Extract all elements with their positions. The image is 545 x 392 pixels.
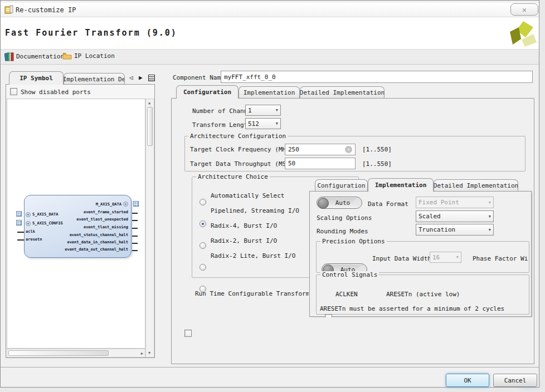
port-stub [132, 243, 138, 244]
port-s-axis-data: S_AXIS_DATA [32, 212, 58, 217]
target-clock-frequency-field[interactable]: 250 ✕ [285, 144, 356, 155]
documentation-button[interactable]: Documentation [4, 52, 64, 61]
tab-implementation[interactable]: Implementation [239, 86, 300, 99]
expand-port-icon[interactable]: + [26, 221, 31, 226]
transform-length-label: Transform Length [192, 121, 251, 129]
show-disabled-ports-label: Show disabled ports [21, 89, 91, 96]
radio-automatically-select[interactable] [199, 199, 206, 205]
input-data-width-select: 16 ▼ [430, 252, 461, 263]
tab-list-icon[interactable] [148, 75, 155, 81]
hscroll-thumb[interactable] [8, 350, 109, 356]
documentation-label: Documentation [16, 53, 64, 60]
tab-implementation-label: Implementation [244, 89, 295, 96]
overlay-tab-implementation[interactable]: Implementation [368, 178, 434, 192]
data-format-value: Fixed Point [419, 199, 459, 206]
port-stub [132, 236, 138, 237]
target-data-throughput-field[interactable]: 50 [285, 158, 356, 169]
run-time-configurable-label: Run Time Configurable Transform Len [195, 290, 309, 297]
tab-configuration-label: Configuration [183, 89, 231, 96]
transform-length-value: 512 [248, 120, 259, 128]
radio-radix2-burst[interactable] [199, 264, 206, 271]
bus-interface-icon [16, 211, 22, 217]
component-name-field[interactable]: myFFT_xfft_0_0 [221, 71, 533, 83]
radio-pipelined-streaming[interactable] [199, 220, 206, 227]
input-data-width-label: Input Data Width [372, 255, 431, 262]
footer-divider [1, 367, 539, 367]
scroll-down-icon[interactable]: ▼ [148, 351, 150, 355]
bus-interface-icon [133, 201, 139, 207]
scroll-right-icon[interactable]: ▶ [141, 351, 143, 356]
transform-length-select[interactable]: 512 ▼ [245, 118, 281, 129]
chevron-down-icon: ▼ [489, 200, 491, 205]
show-disabled-ports-checkbox[interactable]: ✓ [10, 88, 17, 95]
tab-scroll-right-icon[interactable]: ▶ [139, 74, 143, 81]
expand-port-icon[interactable]: + [26, 212, 31, 217]
chevron-down-icon: ▼ [276, 121, 278, 126]
clear-field-icon[interactable]: ✕ [345, 146, 352, 153]
aresetn-note: ARESETn must be asserted for a minimum o… [320, 305, 504, 312]
tab-scroll-left-icon[interactable]: ◁ [129, 74, 133, 81]
port-m-axis-data: M_AXIS_DATA [56, 202, 121, 207]
port-stub [132, 220, 138, 221]
radio-radix2-lite-burst-label: Radix-2 Lite, Burst I/O [211, 252, 295, 259]
port-event-tlast-missing: event_tlast_missing [56, 225, 128, 229]
ip-location-label: IP Location [74, 52, 115, 60]
component-name-value: myFFT_xfft_0_0 [224, 74, 276, 81]
port-aresetn: aresetn [26, 237, 42, 242]
ok-button[interactable]: OK [446, 374, 489, 387]
precision-options-title: Precision Options [320, 238, 387, 245]
data-format-label: Data Format [368, 200, 408, 208]
tab-detailed-implementation-label: Detailed Implementation [300, 89, 385, 96]
tab-detailed-implementation[interactable]: Detailed Implementation [300, 86, 385, 99]
cancel-button[interactable]: Cancel [493, 374, 537, 387]
scaling-options-label: Scaling Options [317, 214, 372, 222]
port-event-status-channel-halt: event_status_channel_halt [56, 233, 128, 237]
overlay-tab-detailed-implementation-label: Detailed Implementation [434, 182, 518, 189]
rounding-modes-label: Rounding Modes [317, 228, 368, 235]
ip-symbol-hscrollbar[interactable]: ▶ [7, 349, 145, 357]
target-clock-frequency-range: [1..550] [362, 146, 392, 153]
overlay-tab-implementation-label: Implementation [375, 182, 427, 189]
control-signals-title: Control Signals [320, 271, 379, 278]
run-time-configurable-checkbox[interactable]: ✓ [184, 330, 192, 337]
folder-icon [62, 52, 72, 60]
auto-toggle-label: Auto [335, 199, 351, 207]
chevron-down-icon: ▼ [276, 108, 278, 112]
rounding-modes-select[interactable]: Truncation ▼ [416, 224, 494, 236]
tab-ip-symbol-label: IP Symbol [20, 75, 53, 82]
ip-symbol-vscrollbar[interactable]: ▲ ▼ [145, 99, 154, 357]
target-data-throughput-range: [1..550] [362, 160, 392, 168]
radio-radix4-burst[interactable] [199, 242, 206, 249]
recustomize-ip-screen: Re-customize IP ✕ Fast Fourier Transform… [0, 0, 545, 392]
page-title: Fast Fourier Transform (9.0) [5, 28, 177, 38]
overlay-tab-configuration[interactable]: Configuration [315, 179, 368, 191]
port-event-data-in-channel-halt: event_data_in_channel_halt [56, 240, 128, 244]
architecture-choice-title: Architecture Choice [196, 173, 270, 180]
implementation-overlay-panel: Configuration Implementation Detailed Im… [309, 178, 533, 317]
rounding-modes-value: Truncation [419, 226, 455, 233]
tab-configuration[interactable]: Configuration [176, 85, 239, 99]
port-event-frame-started: event_frame_started [56, 210, 128, 214]
radio-radix2-burst-label: Radix-2, Burst I/O [211, 237, 277, 244]
vscroll-thumb[interactable] [147, 107, 153, 146]
tab-implementation-details[interactable]: Implementation De [64, 73, 125, 85]
data-format-auto-toggle[interactable]: Auto [317, 197, 362, 209]
ip-location-button[interactable]: IP Location [62, 52, 115, 60]
port-aclk: aclk [26, 229, 35, 234]
scroll-up-icon[interactable]: ▲ [148, 101, 150, 105]
overlay-tab-detailed-implementation[interactable]: Detailed Implementation [434, 179, 518, 191]
tab-ip-symbol[interactable]: IP Symbol [9, 71, 64, 85]
aclken-checkbox[interactable]: ✓ [325, 314, 332, 317]
bus-interface-icon [16, 220, 22, 226]
target-data-throughput-label: Target Data Throughput (MSPS) [190, 160, 297, 168]
phase-factor-width-label: Phase Factor Wi [473, 255, 528, 262]
expand-port-icon[interactable]: + [123, 202, 128, 207]
number-of-channels-select[interactable]: 1 ▼ [245, 105, 281, 116]
architecture-configuration-title: Architecture Configuration [188, 133, 288, 140]
close-icon[interactable]: ✕ [510, 3, 538, 16]
scaling-options-select[interactable]: Scaled ▼ [416, 210, 494, 222]
dialog-titlebar [1, 3, 539, 17]
component-name-label: Component Name [173, 74, 225, 81]
target-clock-frequency-value: 250 [288, 146, 299, 153]
tab-implementation-details-label: Implementation De [64, 76, 125, 83]
